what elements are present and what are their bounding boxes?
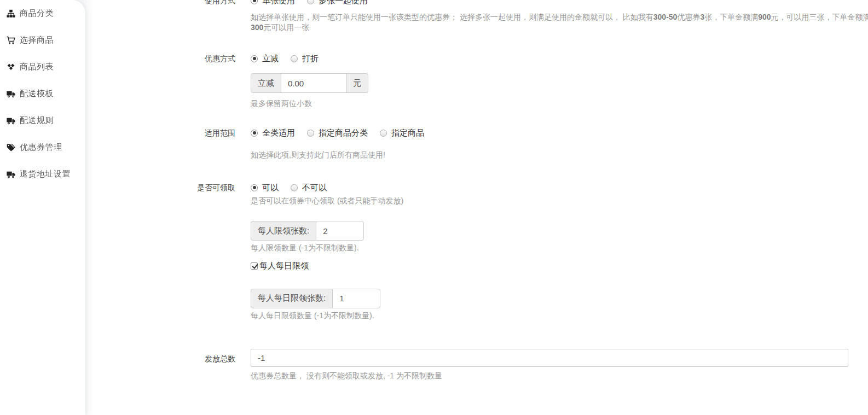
radio-option-specified-categories[interactable]: 指定商品分类 [307,128,368,138]
discount-amount-unit: 元 [346,73,368,93]
per-person-limit-input[interactable] [316,221,364,241]
sidebar-item-label: 商品分类 [20,8,54,19]
radio-option-label: 全类适用 [262,128,295,138]
usage-mode-radio-group: 单张使用多张一起使用 [251,0,868,6]
radio-option-label: 立减 [262,54,279,64]
sidebar-item-delivery-rules[interactable]: 配送规则 [0,107,85,134]
scope-radio-group: 全类适用指定商品分类指定商品 [251,127,868,138]
coupon-form: 使用方式 单张使用多张一起使用 如选择单张使用，则一笔订单只能使用一张该类型的优… [0,0,868,381]
total-issued-hint: 优惠券总数量， 没有则不能领取或发放, -1 为不限制数量 [251,371,868,381]
radio-option-no[interactable]: 不可以 [291,183,327,193]
radio-icon[interactable] [307,130,314,137]
radio-icon[interactable] [251,130,258,137]
radio-option-label: 指定商品分类 [319,128,368,138]
radio-option-label: 单张使用 [262,0,295,6]
radio-option-label: 不可以 [302,183,327,193]
radio-icon[interactable] [380,130,387,137]
sidebar-item-label: 选择商品 [20,35,54,45]
sidebar-item-label: 配送规则 [20,115,54,126]
total-issued-input[interactable] [251,349,848,367]
sidebar-item-label: 优惠券管理 [20,142,62,153]
radio-icon[interactable] [251,184,258,191]
per-day-limit-addon: 每人每日限领张数: [251,289,333,308]
per-day-limit-input[interactable] [332,289,380,308]
cubes-icon [7,63,15,72]
per-day-limit-hint: 每人每日限领数量 (-1为不限制数量). [251,311,868,320]
claimable-radio-group: 可以不可以 [251,182,868,193]
truck-icon [7,90,15,98]
radio-option-yes[interactable]: 可以 [251,183,279,193]
truck-icon [7,170,15,179]
checkbox-icon[interactable] [251,262,258,270]
cart-icon [7,36,15,45]
radio-icon[interactable] [291,184,298,191]
radio-option-specified-products[interactable]: 指定商品 [380,128,424,138]
usage-mode-description-line2: 300元可以用一张 [251,22,868,33]
radio-option-multi-use[interactable]: 多张一起使用 [307,0,368,6]
tags-icon [7,143,15,152]
sidebar-item-product-list[interactable]: 商品列表 [0,54,85,80]
form-group-discount-type: 优惠方式 立减打折 立减 元 最多保留两位小数 [0,53,868,108]
sitemap-icon [7,9,15,18]
discount-type-radio-group: 立减打折 [251,53,868,64]
sidebar-item-label: 退货地址设置 [20,169,71,179]
truck-icon [7,116,15,125]
discount-amount-hint: 最多保留两位小数 [251,98,868,108]
radio-option-label: 指定商品 [391,128,424,138]
radio-option-all-categories[interactable]: 全类适用 [251,128,295,138]
form-group-usage-mode: 使用方式 单张使用多张一起使用 如选择单张使用，则一笔订单只能使用一张该类型的优… [0,0,868,33]
radio-option-label: 打折 [302,54,319,64]
radio-option-percent-discount[interactable]: 打折 [291,54,319,64]
radio-option-label: 可以 [262,183,279,193]
daily-limit-checkbox[interactable]: 每人每日限领 [251,261,309,271]
radio-icon[interactable] [307,0,314,4]
sidebar-nav: 商品分类选择商品商品列表配送模板配送规则优惠券管理退货地址设置 [0,0,85,188]
sidebar-item-product-categories[interactable]: 商品分类 [0,0,85,27]
per-person-limit-input-group: 每人限领张数: [251,221,868,241]
per-person-limit-hint: 每人限领数量 (-1为不限制数量). [251,243,868,253]
radio-option-label: 多张一起使用 [319,0,368,6]
daily-limit-checkbox-label: 每人每日限领 [259,261,309,271]
radio-icon[interactable] [251,55,258,62]
sidebar-item-select-products[interactable]: 选择商品 [0,27,85,54]
radio-icon[interactable] [291,55,298,62]
radio-icon[interactable] [251,0,258,4]
sidebar-item-coupon-management[interactable]: 优惠券管理 [0,134,85,161]
sidebar-item-return-address-settings[interactable]: 退货地址设置 [0,161,85,188]
form-group-claimable: 是否可领取 可以不可以 是否可以在领券中心领取 (或者只能手动发放) 每人限领张… [0,182,868,320]
sidebar-item-label: 商品列表 [20,62,54,72]
sidebar: 商品分类选择商品商品列表配送模板配送规则优惠券管理退货地址设置 [0,0,85,415]
per-person-limit-addon: 每人限领张数: [251,221,316,241]
radio-option-instant-discount[interactable]: 立减 [251,54,279,64]
usage-mode-description-line1: 如选择单张使用，则一笔订单只能使用一张该类型的优惠券； 选择多张一起使用，则满足… [251,12,868,22]
scope-hint: 如选择此项,则支持此门店所有商品使用! [251,150,868,160]
discount-amount-input[interactable] [281,73,346,93]
radio-option-single-use[interactable]: 单张使用 [251,0,295,6]
form-group-total-issued: 发放总数 优惠券总数量， 没有则不能领取或发放, -1 为不限制数量 [0,349,868,381]
discount-amount-addon: 立减 [251,73,281,93]
form-group-scope: 适用范围 全类适用指定商品分类指定商品 如选择此项,则支持此门店所有商品使用! [0,127,868,160]
discount-amount-input-group: 立减 元 [251,73,868,93]
sidebar-item-label: 配送模板 [20,89,54,99]
per-day-limit-input-group: 每人每日限领张数: [251,289,868,308]
claimable-hint: 是否可以在领券中心领取 (或者只能手动发放) [251,196,868,206]
sidebar-item-delivery-templates[interactable]: 配送模板 [0,80,85,107]
